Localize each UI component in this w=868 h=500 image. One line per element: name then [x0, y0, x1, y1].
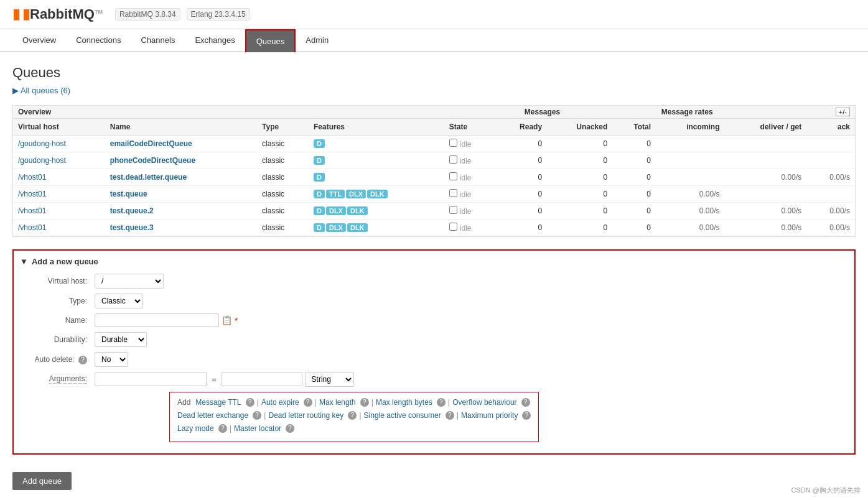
state-checkbox[interactable]: [449, 172, 457, 180]
hint-master-locator[interactable]: Master locator: [234, 424, 281, 433]
cell-unacked: 0: [547, 203, 612, 220]
hint-overflow-behaviour[interactable]: Overflow behaviour: [452, 398, 516, 407]
add-queue-button[interactable]: Add queue: [12, 472, 72, 490]
vhost-link[interactable]: /vhost01: [18, 173, 46, 182]
table-row: /goudong-hostphoneCodeDirectQueueclassic…: [13, 152, 855, 169]
queue-name-link[interactable]: test.queue: [110, 190, 147, 198]
version-label: RabbitMQ 3.8.34: [115, 8, 180, 21]
plus-minus-button[interactable]: +/-: [836, 108, 850, 116]
cell-vhost[interactable]: /vhost01: [13, 203, 105, 220]
cell-total: 0: [612, 203, 656, 220]
hint-message-ttl[interactable]: Message TTL: [195, 398, 241, 407]
cell-name[interactable]: test.queue: [105, 186, 257, 203]
vhost-link[interactable]: /vhost01: [18, 190, 46, 198]
cell-vhost[interactable]: /goudong-host: [13, 152, 105, 169]
hint-sac-help[interactable]: ?: [446, 411, 454, 420]
nav-exchanges[interactable]: Exchanges: [185, 29, 245, 51]
cell-state: idle: [444, 203, 495, 220]
hint-max-length-bytes[interactable]: Max length bytes: [376, 398, 432, 407]
hint-single-active-consumer[interactable]: Single active consumer: [364, 411, 441, 420]
cell-name[interactable]: emailCodeDirectQueue: [105, 136, 257, 152]
state-checkbox[interactable]: [449, 223, 457, 231]
nav-queues[interactable]: Queues: [245, 29, 296, 52]
all-queues-link[interactable]: All queues (6): [12, 86, 856, 95]
vhost-link[interactable]: /goudong-host: [18, 156, 66, 165]
col-ack: ack: [806, 119, 855, 136]
cell-unacked: 0: [547, 136, 612, 152]
name-input[interactable]: [95, 313, 219, 327]
state-checkbox[interactable]: [449, 155, 457, 164]
hint-master-help[interactable]: ?: [286, 424, 294, 433]
cell-type: classic: [257, 220, 309, 236]
hint-dlk-help[interactable]: ?: [348, 411, 357, 420]
queue-name-link[interactable]: test.dead.letter.queue: [110, 173, 187, 182]
hint-lazy-help[interactable]: ?: [218, 424, 227, 433]
nav-overview[interactable]: Overview: [12, 29, 66, 51]
state-checkbox[interactable]: [449, 139, 457, 147]
nav-admin[interactable]: Admin: [296, 29, 338, 51]
queues-table: Virtual host Name Type Features State Re…: [13, 119, 855, 236]
hint-maxbytes-help[interactable]: ?: [437, 398, 446, 407]
hint-lazy-mode[interactable]: Lazy mode: [177, 424, 214, 433]
cell-ready: 0: [495, 186, 547, 203]
feature-badge: D: [314, 156, 325, 165]
hint-dlx-help[interactable]: ?: [253, 411, 261, 420]
cell-state: idle: [444, 169, 495, 186]
add-queue-title[interactable]: ▼ Add a new queue: [20, 257, 848, 266]
vhost-link[interactable]: /vhost01: [18, 223, 46, 232]
cell-vhost[interactable]: /vhost01: [13, 220, 105, 236]
cell-name[interactable]: test.dead.letter.queue: [105, 169, 257, 186]
table-row: /vhost01test.queue.3classicDDLXDLKidle00…: [13, 220, 855, 236]
hint-expire-help[interactable]: ?: [304, 398, 312, 407]
arguments-row: Arguments: = String Number Boolean List: [20, 372, 848, 442]
durability-select[interactable]: Durable Transient: [95, 332, 147, 347]
hint-auto-expire[interactable]: Auto expire: [261, 398, 299, 407]
feature-badge: TTL: [326, 190, 345, 198]
arguments-inputs: = String Number Boolean List Add Message…: [95, 372, 539, 442]
type-row: Type: Classic Quorum: [20, 294, 848, 308]
arguments-label-text[interactable]: Arguments:: [49, 374, 87, 384]
vhost-link[interactable]: /goudong-host: [18, 139, 66, 148]
arguments-type-select[interactable]: String Number Boolean List: [305, 372, 354, 387]
arguments-key-input[interactable]: [95, 373, 207, 386]
queue-name-link[interactable]: emailCodeDirectQueue: [110, 139, 192, 148]
hint-dead-letter-exchange[interactable]: Dead letter exchange: [177, 411, 248, 420]
table-row: /vhost01test.queue.2classicDDLXDLKidle00…: [13, 203, 855, 220]
hint-maxlen-help[interactable]: ?: [360, 398, 369, 407]
cell-unacked: 0: [547, 169, 612, 186]
cell-vhost[interactable]: /vhost01: [13, 186, 105, 203]
cell-name[interactable]: test.queue.2: [105, 203, 257, 220]
hint-dead-letter-routing-key[interactable]: Dead letter routing key: [268, 411, 343, 420]
cell-ready: 0: [495, 152, 547, 169]
vhost-select[interactable]: / /goudong-host /vhost01: [95, 274, 164, 289]
nav-connections[interactable]: Connections: [66, 29, 131, 51]
cell-total: 0: [612, 220, 656, 236]
auto-delete-help-icon[interactable]: ?: [78, 356, 87, 364]
cell-name[interactable]: test.queue.3: [105, 220, 257, 236]
cell-vhost[interactable]: /vhost01: [13, 169, 105, 186]
queue-name-link[interactable]: phoneCodeDirectQueue: [110, 156, 195, 165]
watermark: CSDN @胸大的请先排: [791, 486, 861, 495]
vhost-link[interactable]: /vhost01: [18, 206, 46, 215]
add-queue-title-label: Add a new queue: [32, 257, 98, 266]
state-checkbox[interactable]: [449, 206, 457, 214]
hint-ttl-help[interactable]: ?: [246, 398, 254, 407]
auto-delete-select[interactable]: No Yes: [95, 352, 128, 367]
col-total: Total: [612, 119, 656, 136]
hint-row-2: Dead letter exchange ? | Dead letter rou…: [177, 410, 531, 420]
cell-vhost[interactable]: /goudong-host: [13, 136, 105, 152]
hint-max-length[interactable]: Max length: [319, 398, 356, 407]
nav-channels[interactable]: Channels: [131, 29, 185, 51]
hint-row-3: Lazy mode ? | Master locator ?: [177, 424, 531, 433]
arguments-val-input[interactable]: [222, 373, 302, 386]
cell-name[interactable]: phoneCodeDirectQueue: [105, 152, 257, 169]
queue-name-link[interactable]: test.queue.2: [110, 206, 154, 215]
type-select[interactable]: Classic Quorum: [95, 294, 143, 308]
hint-priority-help[interactable]: ?: [522, 411, 531, 420]
cell-incoming: [656, 169, 724, 186]
hint-maximum-priority[interactable]: Maximum priority: [461, 411, 518, 420]
clipboard-icon: 📋: [222, 315, 232, 325]
queue-name-link[interactable]: test.queue.3: [110, 223, 154, 232]
state-checkbox[interactable]: [449, 189, 457, 197]
hint-overflow-help[interactable]: ?: [521, 398, 530, 407]
